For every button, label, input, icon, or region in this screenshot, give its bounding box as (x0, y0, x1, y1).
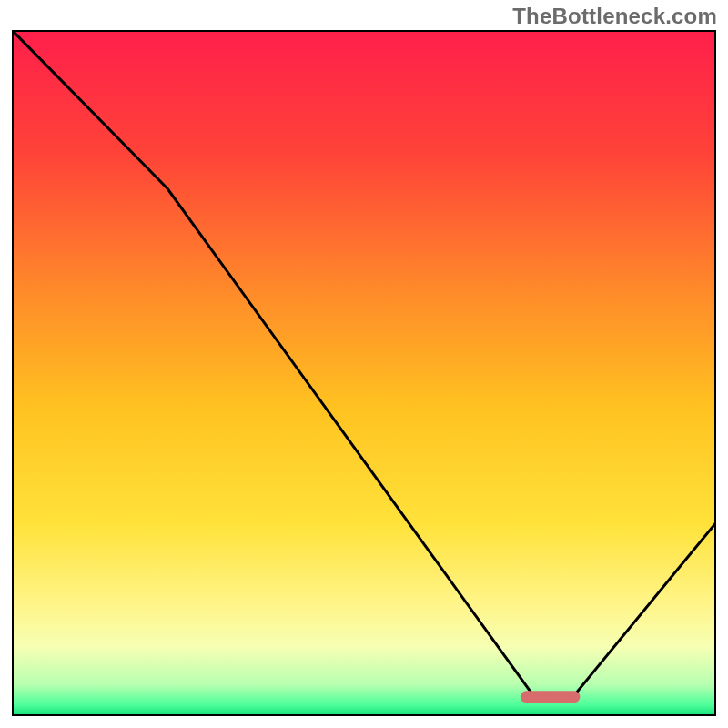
optimal-range-marker (521, 691, 581, 703)
bottleneck-chart: TheBottleneck.com (0, 0, 728, 728)
chart-svg (0, 0, 728, 728)
chart-background (13, 31, 715, 715)
watermark-text: TheBottleneck.com (512, 4, 717, 29)
